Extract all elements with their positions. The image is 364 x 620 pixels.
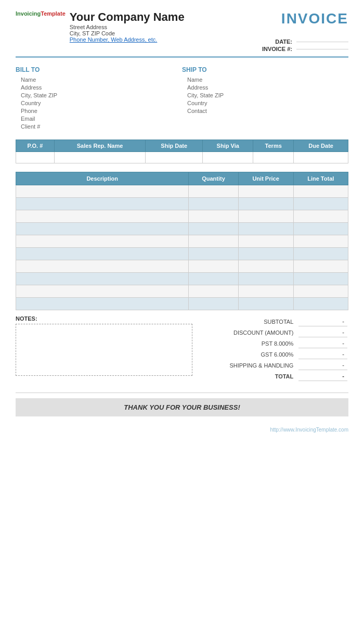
item-cell-5-1[interactable]	[189, 248, 238, 260]
item-cell-4-0[interactable]	[16, 235, 189, 248]
item-cell-7-3[interactable]	[293, 273, 348, 285]
item-cell-1-3[interactable]	[293, 198, 348, 210]
ship-via-value[interactable]	[203, 152, 253, 163]
pst-label: PST	[262, 340, 272, 347]
item-cell-3-3[interactable]	[293, 223, 348, 235]
totals-table: SUBTOTAL - DISCOUNT (AMOUNT) - PST 8.000…	[213, 315, 348, 382]
notes-label: NOTES:	[16, 315, 208, 322]
item-cell-8-0[interactable]	[16, 285, 189, 298]
item-row	[16, 260, 348, 273]
pst-label-rate: PST 8.000%	[214, 338, 297, 348]
shipping-value: -	[298, 360, 347, 370]
item-cell-7-0[interactable]	[16, 273, 189, 285]
logo-invoicing: Invoicing	[16, 10, 41, 17]
ship-to-contact: Contact	[182, 108, 348, 114]
item-cell-7-1[interactable]	[189, 273, 238, 285]
item-cell-0-2[interactable]	[238, 185, 293, 198]
date-row: DATE:	[251, 39, 348, 45]
subtotal-value: -	[298, 317, 347, 326]
discount-label: DISCOUNT (AMOUNT)	[214, 327, 297, 337]
terms-value[interactable]	[253, 152, 294, 163]
discount-row: DISCOUNT (AMOUNT) -	[214, 327, 347, 337]
gst-row: GST 6.000% -	[214, 349, 347, 359]
company-phone-web[interactable]: Phone Number, Web Address, etc.	[70, 36, 185, 43]
bill-to-phone: Phone	[16, 108, 182, 114]
invoice-number-row: INVOICE #:	[251, 46, 348, 52]
item-cell-4-1[interactable]	[189, 235, 238, 248]
item-cell-4-2[interactable]	[238, 235, 293, 248]
item-cell-2-2[interactable]	[238, 210, 293, 223]
items-col-unit-price: Unit Price	[238, 172, 293, 185]
shipping-row: SHIPPING & HANDLING -	[214, 360, 347, 370]
bill-to-block: BILL TO Name Address City, State ZIP Cou…	[16, 66, 182, 131]
item-cell-3-1[interactable]	[189, 223, 238, 235]
item-cell-2-0[interactable]	[16, 210, 189, 223]
item-row	[16, 298, 348, 310]
item-cell-7-2[interactable]	[238, 273, 293, 285]
item-cell-1-2[interactable]	[238, 198, 293, 210]
ship-to-country: Country	[182, 100, 348, 106]
total-row: TOTAL -	[214, 371, 347, 381]
discount-value: -	[298, 327, 347, 337]
item-cell-8-1[interactable]	[189, 285, 238, 298]
item-cell-5-2[interactable]	[238, 248, 293, 260]
item-cell-8-2[interactable]	[238, 285, 293, 298]
item-cell-5-0[interactable]	[16, 248, 189, 260]
item-cell-4-3[interactable]	[293, 235, 348, 248]
order-info-table: P.O. # Sales Rep. Name Ship Date Ship Vi…	[16, 140, 348, 163]
date-label: DATE:	[251, 39, 292, 45]
item-cell-9-1[interactable]	[189, 298, 238, 310]
pst-rate: 8.000%	[274, 340, 293, 347]
sales-rep-value[interactable]	[54, 152, 145, 163]
subtotal-label: SUBTOTAL	[214, 317, 297, 326]
order-info-row	[16, 152, 348, 163]
due-date-value[interactable]	[294, 152, 348, 163]
col-ship-via: Ship Via	[203, 140, 253, 152]
company-info: Your Company Name Street Address City, S…	[70, 10, 185, 43]
item-row	[16, 235, 348, 248]
pst-row: PST 8.000% -	[214, 338, 347, 348]
items-col-description: Description	[16, 172, 189, 185]
item-cell-3-2[interactable]	[238, 223, 293, 235]
item-cell-2-3[interactable]	[293, 210, 348, 223]
item-cell-2-1[interactable]	[189, 210, 238, 223]
item-cell-8-3[interactable]	[293, 285, 348, 298]
item-cell-0-1[interactable]	[189, 185, 238, 198]
ship-date-value[interactable]	[146, 152, 203, 163]
shipping-label: SHIPPING & HANDLING	[214, 360, 297, 370]
items-col-line-total: Line Total	[293, 172, 348, 185]
col-due-date: Due Date	[294, 140, 348, 152]
item-cell-6-3[interactable]	[293, 260, 348, 273]
item-cell-3-0[interactable]	[16, 223, 189, 235]
totals-area: NOTES: SUBTOTAL - DISCOUNT (AMOUNT) - PS…	[16, 315, 348, 382]
item-cell-9-3[interactable]	[293, 298, 348, 310]
item-cell-1-1[interactable]	[189, 198, 238, 210]
item-cell-9-0[interactable]	[16, 298, 189, 310]
notes-input[interactable]	[16, 324, 192, 376]
bill-to-email: Email	[16, 116, 182, 122]
footer-divider	[16, 393, 348, 393]
item-cell-0-0[interactable]	[16, 185, 189, 198]
ship-to-name: Name	[182, 77, 348, 83]
logo-template: Template	[41, 10, 65, 17]
watermark: http://www.InvoicingTemplate.com	[16, 427, 348, 433]
item-cell-9-2[interactable]	[238, 298, 293, 310]
gst-label-rate: GST 6.000%	[214, 349, 297, 359]
ship-to-city: City, State ZIP	[182, 92, 348, 98]
item-cell-0-3[interactable]	[293, 185, 348, 198]
item-cell-1-0[interactable]	[16, 198, 189, 210]
item-cell-6-1[interactable]	[189, 260, 238, 273]
item-cell-6-0[interactable]	[16, 260, 189, 273]
item-cell-6-2[interactable]	[238, 260, 293, 273]
po-value[interactable]	[16, 152, 55, 163]
item-row	[16, 223, 348, 235]
invoice-number-value[interactable]	[296, 49, 348, 49]
col-sales-rep: Sales Rep. Name	[54, 140, 145, 152]
bill-to-client-num: Client #	[16, 123, 182, 130]
company-name: Your Company Name	[70, 10, 185, 24]
col-po: P.O. #	[16, 140, 55, 152]
item-cell-5-3[interactable]	[293, 248, 348, 260]
ship-to-title: SHIP TO	[182, 66, 348, 73]
date-value[interactable]	[296, 42, 348, 42]
company-city-state-zip: City, ST ZIP Code	[70, 30, 185, 36]
